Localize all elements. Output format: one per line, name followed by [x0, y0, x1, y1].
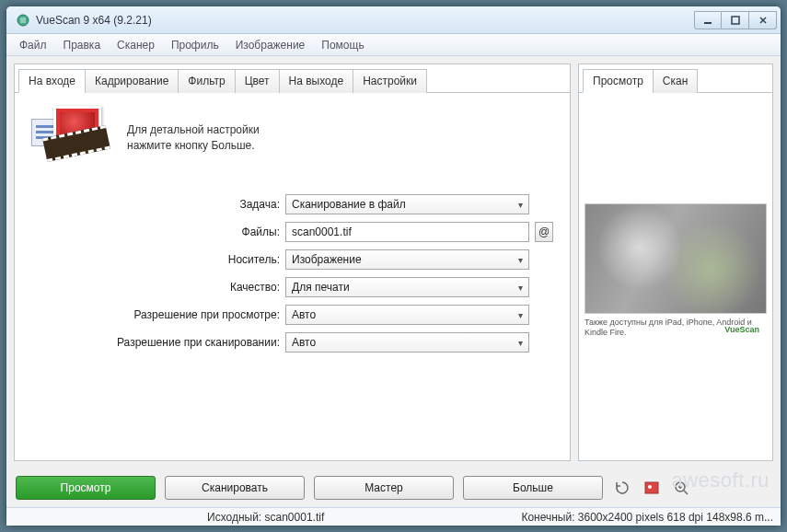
more-button[interactable]: Больше	[463, 476, 603, 500]
tab-prefs[interactable]: Настройки	[353, 69, 427, 93]
tab-color[interactable]: Цвет	[235, 69, 280, 93]
scanner-icon	[31, 106, 114, 170]
titlebar[interactable]: VueScan 9 x64 (9.2.21)	[6, 6, 781, 34]
tab-output[interactable]: На выходе	[279, 69, 354, 93]
menu-file[interactable]: Файл	[12, 36, 54, 54]
app-icon	[16, 13, 30, 28]
res-preview-label: Разрешение при просмотре:	[31, 308, 280, 321]
tab-scan[interactable]: Скан	[653, 69, 698, 93]
status-bar: Исходный: scan0001.tif Конечный: 3600x24…	[6, 507, 781, 526]
quality-combo[interactable]: Для печати	[285, 277, 529, 297]
menu-edit[interactable]: Правка	[56, 36, 109, 54]
preview-pane: Просмотр Скан Также доступны для iPad, i…	[578, 64, 773, 461]
svg-rect-4	[645, 482, 658, 493]
status-dest: Конечный: 3600x2400 pixels 618 dpi 148x9…	[514, 511, 781, 524]
settings-pane: На входе Кадрирование Фильтр Цвет На вых…	[14, 64, 571, 461]
content-area: На входе Кадрирование Фильтр Цвет На вых…	[6, 56, 781, 468]
preview-area[interactable]: Также доступны для iPad, iPhone, Android…	[579, 93, 772, 460]
minimize-button[interactable]	[694, 11, 722, 29]
quality-label: Качество:	[31, 281, 280, 294]
vuescan-logo: VueScan	[724, 325, 759, 334]
preview-thumbnail: Также доступны для iPad, iPhone, Android…	[584, 203, 767, 338]
menu-image[interactable]: Изображение	[228, 36, 313, 54]
action-bar: Просмотр Сканировать Мастер Больше	[6, 468, 781, 507]
rotate-icon[interactable]	[612, 478, 632, 498]
tab-crop[interactable]: Кадрирование	[85, 69, 179, 93]
menu-help[interactable]: Помощь	[314, 36, 371, 54]
res-scan-combo[interactable]: Авто	[285, 332, 529, 353]
close-button[interactable]	[749, 11, 777, 29]
menu-profile[interactable]: Профиль	[164, 36, 226, 54]
svg-rect-1	[20, 17, 26, 23]
app-window: VueScan 9 x64 (9.2.21) Файл Правка Скане…	[6, 6, 781, 526]
media-label: Носитель:	[31, 253, 280, 266]
tab-input[interactable]: На входе	[18, 69, 86, 93]
menu-scanner[interactable]: Сканер	[110, 36, 162, 54]
svg-point-5	[648, 485, 652, 489]
res-preview-combo[interactable]: Авто	[285, 305, 529, 325]
maximize-button[interactable]	[722, 11, 749, 29]
tab-filter[interactable]: Фильтр	[178, 69, 235, 93]
window-title: VueScan 9 x64 (9.2.21)	[36, 14, 694, 27]
intro-text: Для детальной настройки нажмите кнопку Б…	[127, 122, 260, 155]
image-icon[interactable]	[642, 478, 662, 498]
menubar: Файл Правка Сканер Профиль Изображение П…	[6, 34, 781, 56]
svg-rect-2	[704, 22, 712, 24]
res-scan-label: Разрешение при сканировании:	[31, 336, 280, 349]
files-input[interactable]: scan0001.tif	[285, 222, 529, 242]
preview-tabs: Просмотр Скан	[579, 64, 772, 93]
tab-preview[interactable]: Просмотр	[583, 69, 654, 93]
zoom-icon[interactable]	[671, 478, 691, 498]
tab-input-body: Для детальной настройки нажмите кнопку Б…	[15, 93, 570, 460]
settings-tabs: На входе Кадрирование Фильтр Цвет На вых…	[15, 64, 570, 93]
preview-button[interactable]: Просмотр	[16, 476, 156, 500]
wizard-button[interactable]: Мастер	[314, 476, 454, 500]
files-at-button[interactable]: @	[535, 222, 553, 242]
task-label: Задача:	[31, 198, 280, 211]
media-combo[interactable]: Изображение	[285, 249, 529, 270]
scan-button[interactable]: Сканировать	[165, 476, 305, 500]
files-label: Файлы:	[31, 226, 280, 238]
svg-rect-3	[732, 17, 739, 24]
task-combo[interactable]: Сканирование в файл	[285, 194, 529, 214]
status-source: Исходный: scan0001.tif	[200, 511, 331, 524]
